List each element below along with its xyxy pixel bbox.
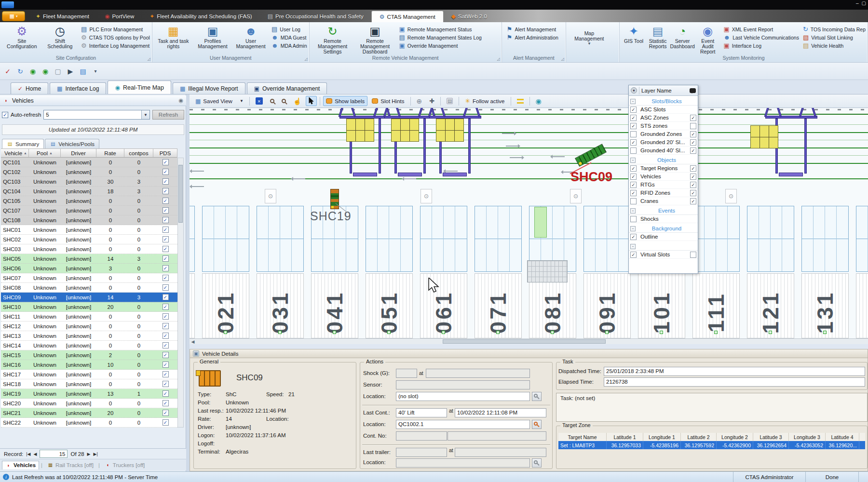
container-location-field[interactable]: QC1002.1 — [396, 420, 530, 429]
slot-hints-toggle[interactable]: Slot Hints — [369, 96, 407, 106]
table-row-shc15[interactable]: SHC15Unknown[unknown]20✓ — [1, 350, 177, 360]
scroll-left-icon[interactable]: ◀ — [190, 339, 196, 344]
layer-row-rfid-zones[interactable]: ✓RFID Zones✓ — [629, 189, 698, 197]
layer-row-virtual-slots[interactable]: ✓Virtual Slots — [629, 251, 698, 259]
app-tab-fleet-availability-and-scheduling-fas[interactable]: ✦Fleet Availability and Scheduling (FAS) — [142, 11, 259, 22]
layer-labels-checkbox[interactable]: ✓ — [690, 182, 696, 188]
app-tab-ctas-management[interactable]: ⚙CTAS Management — [371, 11, 444, 22]
app-tab-fleet-management[interactable]: ✦Fleet Management — [28, 11, 97, 22]
collapse-icon[interactable]: - — [630, 244, 636, 249]
layer-visible-checkbox[interactable]: ✓ — [630, 234, 637, 240]
table-row-shc08[interactable]: SHC08Unknown[unknown]00✓ — [1, 283, 177, 293]
table-row-qc107[interactable]: QC107Unknown[unknown]00✓ — [1, 206, 177, 215]
tz-column-header-target-name[interactable]: Target Name — [558, 433, 607, 441]
location-lookup-button[interactable] — [532, 392, 542, 401]
move-button[interactable]: ✚ — [426, 96, 437, 106]
container-number-field2[interactable] — [448, 431, 546, 441]
app-tab-pre-occupational-health-and-safety[interactable]: ▤Pre Occupational Health and Safety — [260, 11, 371, 22]
layer-row-sts-zones[interactable]: ✓STS zones — [629, 122, 698, 130]
shock-field[interactable] — [396, 369, 417, 378]
layer-visible-checkbox[interactable]: ✓ — [630, 165, 637, 172]
pds-checkbox[interactable]: ✓ — [163, 207, 169, 214]
layer-row-rtgs[interactable]: ✓RTGs✓ — [629, 181, 698, 189]
previous-record-button[interactable]: ◀ — [34, 452, 37, 456]
layer-visible-checkbox[interactable]: ✓ — [630, 107, 637, 113]
refresh-button[interactable]: Refresh — [152, 110, 184, 120]
asc-zone-141[interactable] — [856, 206, 868, 272]
collapse-icon[interactable]: - — [630, 208, 636, 214]
ribbon-button-override-management[interactable]: ▣Override Management — [399, 42, 482, 49]
table-row-shc05[interactable]: SHC05Unknown[unknown]143✓ — [1, 254, 177, 264]
layer-row-target-regions[interactable]: ✓Target Regions✓ — [629, 164, 698, 173]
collapse-icon[interactable]: - — [630, 158, 636, 163]
real-time-map[interactable]: ⊙⊙⊙⊙ 01102103104105106107108109110111112… — [190, 108, 868, 344]
layer-row-shocks[interactable]: Shocks — [629, 215, 698, 223]
ribbon-button-event-audit-report[interactable]: ◉Event Audit Report — [695, 23, 720, 54]
asc-zone-121[interactable] — [747, 206, 794, 272]
location-field[interactable]: (no slot) — [396, 392, 530, 401]
print-button[interactable]: ▤ — [444, 96, 456, 106]
pds-checkbox[interactable]: ✓ — [163, 333, 169, 339]
table-row-shc16[interactable]: SHC16Unknown[unknown]100✓ — [1, 360, 177, 370]
layer-visible-checkbox[interactable] — [630, 216, 637, 222]
asc-zone-091[interactable] — [583, 206, 631, 272]
tz-column-header-longitude-2[interactable]: Longitude 2 — [717, 433, 753, 441]
pds-checkbox[interactable]: ✓ — [163, 419, 169, 426]
saved-view-arrow[interactable]: ▼ — [237, 96, 246, 106]
layer-labels-checkbox[interactable] — [690, 252, 696, 258]
ribbon-button-statistic-reports[interactable]: ▤Statistic Reports — [646, 23, 670, 49]
pds-checkbox[interactable]: ✓ — [163, 313, 169, 320]
table-row-qc108[interactable]: QC108Unknown[unknown]00✓ — [1, 215, 177, 225]
layer-row-cranes[interactable]: Cranes✓ — [629, 197, 698, 205]
measure-button[interactable] — [514, 96, 527, 106]
center-button[interactable]: ⊕ — [414, 96, 425, 106]
pds-checkbox[interactable]: ✓ — [163, 342, 169, 348]
ribbon-button-map-management[interactable]: Map Management▼ — [568, 23, 610, 46]
table-row-shc10[interactable]: SHC10Unknown[unknown]200✓ — [1, 302, 177, 312]
tz-column-header-latitude-4[interactable]: Latitude 4 — [826, 433, 859, 441]
tab-illegal-move-report[interactable]: ▦Illegal Move Report — [173, 82, 245, 94]
app-menu-button[interactable]: ▦▾ — [2, 11, 25, 21]
column-header-vehicle[interactable]: Vehicle▲ — [1, 148, 29, 158]
pds-checkbox[interactable]: ✓ — [163, 323, 169, 329]
pds-checkbox[interactable]: ✓ — [163, 217, 169, 223]
ribbon-button-interface-log-management[interactable]: ⚙Interface Log Management — [81, 42, 150, 49]
tab-interface-log[interactable]: ▦Interface Log — [50, 82, 106, 94]
container-number-field[interactable] — [396, 431, 447, 441]
shock-at-field[interactable] — [426, 369, 530, 378]
tab-home[interactable]: ✓Home — [11, 82, 48, 94]
layer-labels-checkbox[interactable]: ✓ — [690, 190, 696, 196]
ribbon-button-gis-tool[interactable]: ✦GIS Tool — [622, 23, 646, 44]
layer-row-vehicles[interactable]: ✓Vehicles✓ — [629, 173, 698, 181]
table-row-shc14[interactable]: SHC14Unknown[unknown]00✓ — [1, 341, 177, 350]
app-tab-portview[interactable]: ◉PortView — [97, 11, 142, 22]
last-container-field[interactable]: 40' Lift — [396, 408, 447, 417]
save-report-button[interactable]: ▤ — [78, 67, 88, 76]
table-row-qc105[interactable]: QC105Unknown[unknown]00✓ — [1, 196, 177, 206]
table-row-qc104[interactable]: QC104Unknown[unknown]183✓ — [1, 187, 177, 196]
validate-button[interactable]: ✓ — [3, 67, 13, 76]
ribbon-button-user-management[interactable]: ☻User Management — [233, 23, 269, 49]
pds-checkbox[interactable]: ✓ — [163, 284, 169, 291]
asc-zone-061[interactable] — [420, 206, 467, 272]
map-horizontal-scrollbar[interactable]: ◀ — [190, 338, 868, 344]
balloon-column-icon[interactable] — [690, 88, 696, 93]
last-trailer-at-field[interactable] — [455, 448, 546, 457]
refresh-button[interactable]: ↻ — [15, 67, 25, 76]
scrollbar-thumb[interactable] — [443, 339, 606, 344]
zoom-out-button[interactable] — [279, 96, 289, 106]
first-record-button[interactable]: |◀ — [26, 452, 30, 456]
pds-checkbox[interactable]: ✓ — [163, 236, 169, 242]
maximize-icon[interactable]: ▢ — [862, 0, 866, 6]
fit-view-button[interactable]: × — [253, 96, 266, 106]
sensor-field[interactable] — [396, 380, 530, 389]
bottom-tab-rail-tracks-off[interactable]: ▦Rail Tracks [off] — [44, 461, 96, 469]
table-row-shc01[interactable]: SHC01Unknown[unknown]00✓ — [1, 225, 177, 235]
table-row-qc102[interactable]: QC102Unknown[unknown]00✓ — [1, 167, 177, 177]
layer-row-grounded-20-sl[interactable]: ✓Grounded 20' Sl...✓ — [629, 138, 698, 147]
layer-visible-checkbox[interactable] — [630, 198, 637, 204]
table-row-shc18[interactable]: SHC18Unknown[unknown]00✓ — [1, 379, 177, 389]
saved-view-dropdown[interactable]: ▦ Saved View — [192, 96, 235, 106]
target-zone-row[interactable]: Set : LMA8TP336.12957033-5.4238519636.12… — [558, 441, 865, 449]
zoom-in-button[interactable] — [267, 96, 277, 106]
